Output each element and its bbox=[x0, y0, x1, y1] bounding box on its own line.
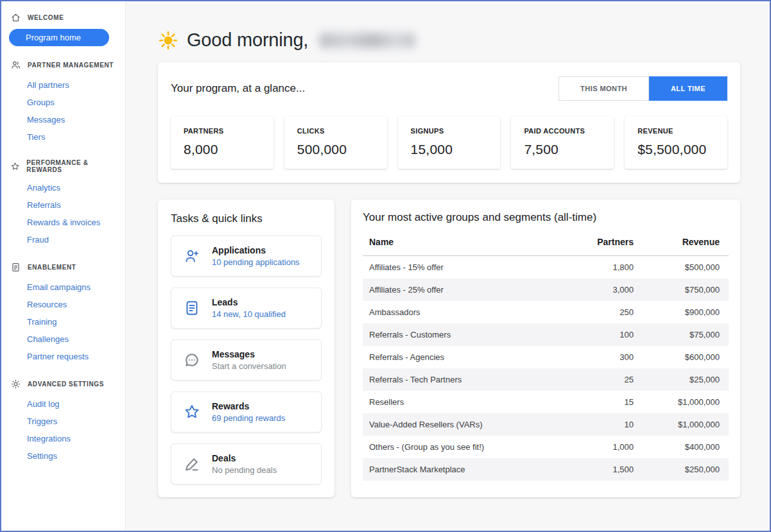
task-title: Rewards bbox=[212, 401, 285, 411]
cell-name: Referrals - Tech Partners bbox=[363, 368, 563, 391]
task-title: Deals bbox=[212, 453, 277, 463]
sidebar-section-header: WELCOME bbox=[9, 10, 117, 25]
table-row: Affiliates - 25% offer 3,000 $750,000 bbox=[363, 279, 729, 301]
cell-name: Affiliates - 15% offer bbox=[363, 256, 563, 279]
cell-partners: 1,500 bbox=[563, 458, 639, 481]
cell-partners: 15 bbox=[563, 391, 639, 413]
sidebar-section-items: Program home bbox=[9, 29, 117, 46]
sidebar-item[interactable]: Settings bbox=[26, 447, 117, 465]
stat-card: CLICKS 500,000 bbox=[284, 116, 387, 169]
groups-table-header-row: Name Partners Revenue bbox=[363, 232, 729, 256]
table-row: Resellers 15 $1,000,000 bbox=[363, 391, 729, 413]
sidebar-section-items: All partners Groups Messages Tiers bbox=[9, 76, 117, 146]
cell-name: PartnerStack Marketplace bbox=[363, 458, 563, 481]
cell-name: Others - (Group as you see fit!) bbox=[363, 436, 563, 458]
sidebar-section: ENABLEMENT Email campaigns Resources Tra… bbox=[9, 260, 117, 365]
sidebar-section-header: PARTNER MANAGEMENT bbox=[9, 58, 117, 73]
column-header-name: Name bbox=[363, 232, 563, 256]
sidebar-item[interactable]: Analytics bbox=[26, 179, 117, 196]
task-title: Leads bbox=[212, 297, 286, 307]
cell-partners: 250 bbox=[563, 301, 639, 323]
stat-label: SIGNUPS bbox=[411, 127, 488, 135]
tasks-quick-links-card: Tasks & quick links Applications 10 pend… bbox=[158, 200, 334, 497]
home-icon bbox=[10, 12, 21, 23]
stat-label: PAID ACCOUNTS bbox=[524, 127, 601, 135]
task-title: Messages bbox=[212, 349, 286, 359]
sidebar-item[interactable]: Fraud bbox=[26, 231, 117, 248]
sidebar-item[interactable]: Messages bbox=[26, 111, 117, 128]
task-subtitle: 14 new, 10 qualified bbox=[212, 309, 286, 319]
sidebar-item[interactable]: Integrations bbox=[26, 430, 117, 447]
cell-revenue: $75,000 bbox=[639, 323, 729, 346]
sidebar-item[interactable]: Groups bbox=[26, 94, 117, 111]
sidebar-section-label: PERFORMANCE & REWARDS bbox=[26, 159, 116, 173]
task-list: Applications 10 pending applications Lea… bbox=[171, 236, 322, 485]
sidebar-item[interactable]: All partners bbox=[26, 76, 117, 94]
stat-value: 7,500 bbox=[524, 142, 601, 157]
time-toggle-button[interactable]: THIS MONTH bbox=[559, 76, 649, 101]
time-range-toggle: THIS MONTH ALL TIME bbox=[559, 76, 727, 101]
task-subtitle: 69 pending rewards bbox=[212, 413, 285, 423]
sidebar-item[interactable]: Training bbox=[26, 313, 117, 330]
stat-value: 500,000 bbox=[297, 142, 374, 157]
table-row: Affiliates - 15% offer 1,800 $500,000 bbox=[363, 256, 729, 279]
cell-name: Referrals - Agencies bbox=[363, 346, 563, 368]
glance-title: Your program, at a glance... bbox=[171, 82, 305, 95]
leads-icon bbox=[183, 299, 201, 317]
sidebar-item[interactable]: Referrals bbox=[26, 196, 117, 214]
gear-icon bbox=[10, 379, 21, 390]
main-content: Good morning, Your program, at a glance.… bbox=[126, 1, 770, 531]
tasks-title: Tasks & quick links bbox=[171, 212, 322, 225]
greeting: Good morning, bbox=[158, 30, 740, 51]
task-subtitle: 10 pending applications bbox=[212, 257, 300, 267]
sidebar-item[interactable]: Resources bbox=[26, 296, 117, 313]
cell-revenue: $25,000 bbox=[639, 368, 729, 391]
cell-name: Referrals - Customers bbox=[363, 323, 563, 346]
time-toggle-button[interactable]: ALL TIME bbox=[649, 76, 727, 101]
cell-partners: 1,000 bbox=[563, 436, 639, 458]
stat-label: CLICKS bbox=[297, 127, 374, 135]
stat-value: $5,500,000 bbox=[637, 142, 715, 157]
cell-name: Value-Added Resellers (VARs) bbox=[363, 413, 563, 436]
table-row: Referrals - Tech Partners 25 $25,000 bbox=[363, 368, 729, 391]
greeting-text: Good morning, bbox=[187, 30, 308, 51]
sidebar-section-label: ENABLEMENT bbox=[28, 264, 76, 271]
sidebar-item[interactable]: Rewards & invoices bbox=[26, 214, 117, 231]
cell-partners: 10 bbox=[563, 413, 639, 436]
task-item[interactable]: Deals No pending deals bbox=[171, 443, 322, 485]
sidebar-item[interactable]: Email campaigns bbox=[26, 279, 117, 296]
column-header-partners: Partners bbox=[563, 232, 639, 256]
task-item[interactable]: Applications 10 pending applications bbox=[171, 236, 322, 277]
table-row: Value-Added Resellers (VARs) 10 $1,000,0… bbox=[363, 413, 729, 436]
task-item[interactable]: Rewards 69 pending rewards bbox=[171, 391, 322, 433]
cell-partners: 25 bbox=[563, 368, 639, 391]
table-row: PartnerStack Marketplace 1,500 $250,000 bbox=[363, 458, 729, 481]
sidebar-section-items: Email campaigns Resources Training Chall… bbox=[9, 279, 117, 365]
cell-partners: 3,000 bbox=[563, 279, 639, 301]
cell-name: Affiliates - 25% offer bbox=[363, 279, 563, 301]
sidebar-item[interactable]: Program home bbox=[9, 29, 109, 46]
active-groups-card: Your most active groups and segments (al… bbox=[351, 200, 740, 497]
task-title: Applications bbox=[212, 245, 300, 255]
stat-card: REVENUE $5,500,000 bbox=[625, 116, 727, 169]
sidebar-item[interactable]: Triggers bbox=[26, 413, 117, 430]
program-glance-card: Your program, at a glance... THIS MONTH … bbox=[158, 62, 740, 183]
table-row: Others - (Group as you see fit!) 1,000 $… bbox=[363, 436, 729, 458]
stat-label: REVENUE bbox=[637, 127, 715, 135]
sidebar-item[interactable]: Partner requests bbox=[26, 348, 117, 365]
table-row: Referrals - Agencies 300 $600,000 bbox=[363, 346, 729, 368]
table-row: Referrals - Customers 100 $75,000 bbox=[363, 323, 729, 346]
sidebar-item[interactable]: Audit log bbox=[26, 395, 117, 413]
task-subtitle: No pending deals bbox=[212, 465, 277, 475]
stat-value: 8,000 bbox=[184, 142, 261, 157]
sidebar-item[interactable]: Tiers bbox=[26, 128, 117, 146]
cell-partners: 100 bbox=[563, 323, 639, 346]
cell-revenue: $750,000 bbox=[639, 279, 729, 301]
table-row: Ambassadors 250 $900,000 bbox=[363, 301, 729, 323]
task-item[interactable]: Messages Start a conversation bbox=[171, 339, 322, 381]
sidebar-section-items: Analytics Referrals Rewards & invoices F… bbox=[9, 179, 117, 248]
sidebar-section-header: ENABLEMENT bbox=[9, 260, 117, 275]
sidebar-item[interactable]: Challenges bbox=[26, 330, 117, 348]
task-item[interactable]: Leads 14 new, 10 qualified bbox=[171, 287, 322, 329]
stat-card: PAID ACCOUNTS 7,500 bbox=[511, 116, 614, 169]
